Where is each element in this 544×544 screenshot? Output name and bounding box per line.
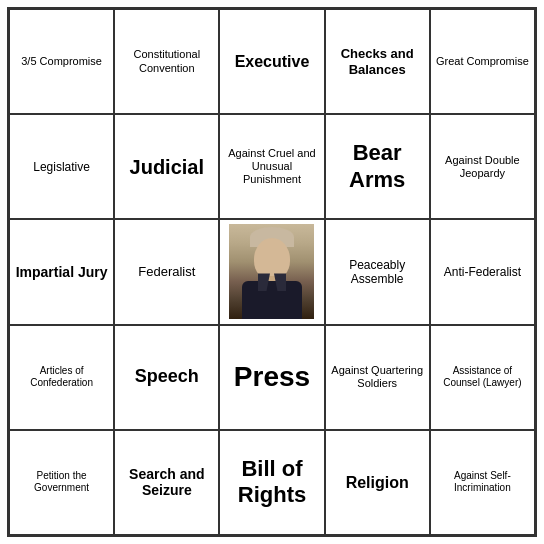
cell-text-r0c1: Constitutional Convention <box>119 48 214 74</box>
cell-text-r4c2: Bill of Rights <box>224 456 319 509</box>
cell-text-r3c4: Assistance of Counsel (Lawyer) <box>435 365 530 389</box>
cell-text-r0c3: Checks and Balances <box>330 46 425 77</box>
cell-r1c4: Against Double Jeopardy <box>430 114 535 219</box>
cell-r4c1: Search and Seizure <box>114 430 219 535</box>
cell-text-r2c3: Peaceably Assemble <box>330 258 425 287</box>
cell-r3c2: Press <box>219 325 324 430</box>
cell-r2c2-portrait <box>219 219 324 324</box>
cell-r3c4: Assistance of Counsel (Lawyer) <box>430 325 535 430</box>
cell-r0c1: Constitutional Convention <box>114 9 219 114</box>
cell-r4c2: Bill of Rights <box>219 430 324 535</box>
cell-r2c3: Peaceably Assemble <box>325 219 430 324</box>
cell-text-r2c4: Anti-Federalist <box>444 265 521 279</box>
cell-r1c3: Bear Arms <box>325 114 430 219</box>
cell-r1c1: Judicial <box>114 114 219 219</box>
cell-text-r0c4: Great Compromise <box>436 55 529 68</box>
cell-r4c4: Against Self-Incrimination <box>430 430 535 535</box>
cell-r4c3: Religion <box>325 430 430 535</box>
cell-text-r4c3: Religion <box>346 473 409 492</box>
cell-r2c4: Anti-Federalist <box>430 219 535 324</box>
cell-text-r3c0: Articles of Confederation <box>14 365 109 389</box>
cell-r3c3: Against Quartering Soldiers <box>325 325 430 430</box>
cell-text-r1c0: Legislative <box>33 160 90 174</box>
cell-text-r4c4: Against Self-Incrimination <box>435 470 530 494</box>
cell-r3c1: Speech <box>114 325 219 430</box>
cell-r0c4: Great Compromise <box>430 9 535 114</box>
portrait-container <box>229 224 314 319</box>
cell-r2c1: Federalist <box>114 219 219 324</box>
cell-text-r1c2: Against Cruel and Unusual Punishment <box>224 147 319 187</box>
cell-r4c0: Petition the Government <box>9 430 114 535</box>
cell-text-r3c3: Against Quartering Soldiers <box>330 364 425 390</box>
portrait-coat <box>242 281 302 319</box>
cell-text-r0c0: 3/5 Compromise <box>21 55 102 68</box>
cell-r2c0: Impartial Jury <box>9 219 114 324</box>
cell-r0c3: Checks and Balances <box>325 9 430 114</box>
cell-r0c0: 3/5 Compromise <box>9 9 114 114</box>
bingo-board: 3/5 Compromise Constitutional Convention… <box>7 7 537 537</box>
cell-r1c0: Legislative <box>9 114 114 219</box>
cell-r1c2: Against Cruel and Unusual Punishment <box>219 114 324 219</box>
cell-text-r3c2: Press <box>234 360 310 394</box>
cell-text-r1c1: Judicial <box>130 155 204 179</box>
cell-text-r0c2: Executive <box>235 52 310 71</box>
cell-text-r4c1: Search and Seizure <box>119 466 214 500</box>
cell-text-r1c4: Against Double Jeopardy <box>435 154 530 180</box>
cell-r0c2: Executive <box>219 9 324 114</box>
cell-r3c0: Articles of Confederation <box>9 325 114 430</box>
cell-text-r1c3: Bear Arms <box>330 140 425 193</box>
cell-text-r4c0: Petition the Government <box>14 470 109 494</box>
cell-text-r2c0: Impartial Jury <box>16 264 108 281</box>
cell-text-r2c1: Federalist <box>138 264 195 280</box>
cell-text-r3c1: Speech <box>135 366 199 388</box>
portrait-background <box>229 224 314 319</box>
